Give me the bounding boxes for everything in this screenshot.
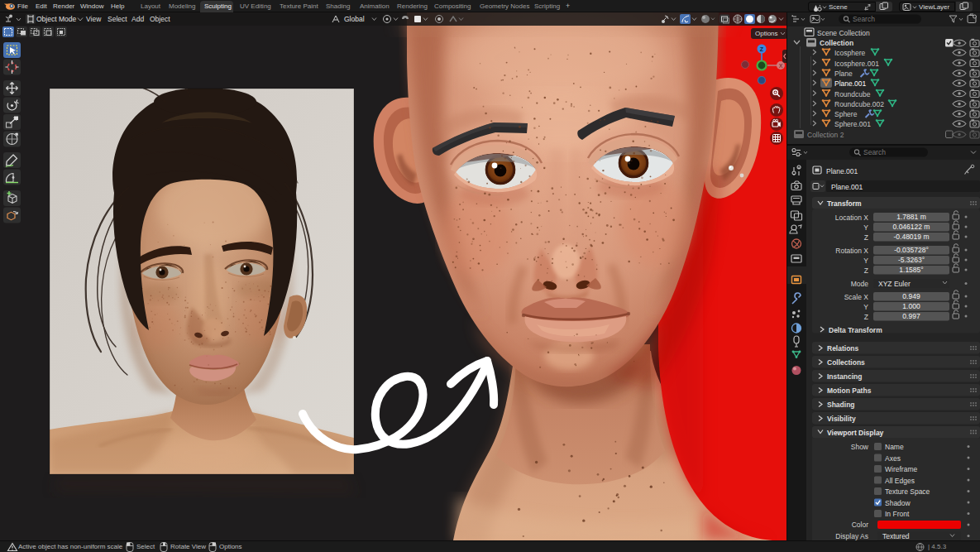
svg-text:-5.3263°: -5.3263° xyxy=(898,256,925,264)
svg-text:XYZ Euler: XYZ Euler xyxy=(878,280,911,288)
svg-text:Visibility: Visibility xyxy=(827,415,856,423)
svg-text:Plane.001: Plane.001 xyxy=(831,183,863,191)
svg-text:Roundcube: Roundcube xyxy=(834,90,871,98)
svg-text:Y: Y xyxy=(863,303,868,311)
svg-text:1.000: 1.000 xyxy=(902,302,920,310)
svg-text:Transform: Transform xyxy=(827,199,862,208)
svg-text:Icosphere.001: Icosphere.001 xyxy=(834,60,879,68)
svg-text:Viewport Display: Viewport Display xyxy=(827,429,884,437)
svg-text:Z: Z xyxy=(864,233,868,242)
svg-text:Sphere.001: Sphere.001 xyxy=(834,120,871,128)
svg-text:Instancing: Instancing xyxy=(827,372,863,381)
svg-text:X: X xyxy=(779,63,783,69)
svg-text:Color: Color xyxy=(852,521,868,529)
svg-text:Plane: Plane xyxy=(834,70,853,78)
svg-text:Collection: Collection xyxy=(820,39,853,47)
svg-text:In Front: In Front xyxy=(885,510,910,518)
svg-text:Z: Z xyxy=(864,313,868,321)
svg-text:Motion Paths: Motion Paths xyxy=(827,386,872,395)
svg-text:Axes: Axes xyxy=(885,454,901,463)
svg-text:Mode: Mode xyxy=(851,280,869,288)
svg-text:Display As: Display As xyxy=(835,532,868,540)
svg-text:Sphere: Sphere xyxy=(834,110,858,118)
svg-text:Name: Name xyxy=(885,443,904,451)
svg-text:Delta Transform: Delta Transform xyxy=(829,326,882,334)
svg-text:Scene Collection: Scene Collection xyxy=(817,29,870,37)
svg-text:Shading: Shading xyxy=(827,401,855,409)
svg-text:0.046122 m: 0.046122 m xyxy=(893,223,930,231)
svg-text:Location X: Location X xyxy=(835,214,868,222)
svg-text:1.1585°: 1.1585° xyxy=(899,266,923,274)
svg-text:Scale X: Scale X xyxy=(844,293,869,301)
svg-text:Show: Show xyxy=(851,443,869,451)
svg-text:Roundcube.002: Roundcube.002 xyxy=(834,100,884,108)
svg-text:1.7881 m: 1.7881 m xyxy=(896,213,925,221)
svg-text:All Edges: All Edges xyxy=(885,477,915,485)
svg-text:Wireframe: Wireframe xyxy=(885,465,917,473)
svg-text:Plane.001: Plane.001 xyxy=(826,167,858,175)
svg-text:0.949: 0.949 xyxy=(902,292,920,300)
svg-text:Shadow: Shadow xyxy=(885,499,911,507)
svg-text:Collection 2: Collection 2 xyxy=(807,131,844,139)
svg-text:Y: Y xyxy=(863,257,868,265)
svg-text:Z: Z xyxy=(760,46,764,52)
svg-text:0.997: 0.997 xyxy=(902,312,920,320)
svg-text:Plane.001: Plane.001 xyxy=(834,79,867,88)
svg-text:Y: Y xyxy=(863,223,868,232)
svg-text:Global: Global xyxy=(344,15,365,23)
svg-text:Rotation X: Rotation X xyxy=(835,247,868,255)
svg-text:Textured: Textured xyxy=(882,532,910,540)
svg-text:-0.035728°: -0.035728° xyxy=(894,246,929,254)
svg-text:Collections: Collections xyxy=(827,358,865,367)
svg-text:-0.48019 m: -0.48019 m xyxy=(894,233,930,241)
svg-text:Texture Space: Texture Space xyxy=(885,487,930,496)
svg-text:Search: Search xyxy=(863,148,886,156)
svg-text:Search: Search xyxy=(853,15,875,23)
svg-text:Relations: Relations xyxy=(827,344,859,353)
svg-text:Icosphere: Icosphere xyxy=(834,49,866,57)
svg-text:Z: Z xyxy=(864,266,868,275)
